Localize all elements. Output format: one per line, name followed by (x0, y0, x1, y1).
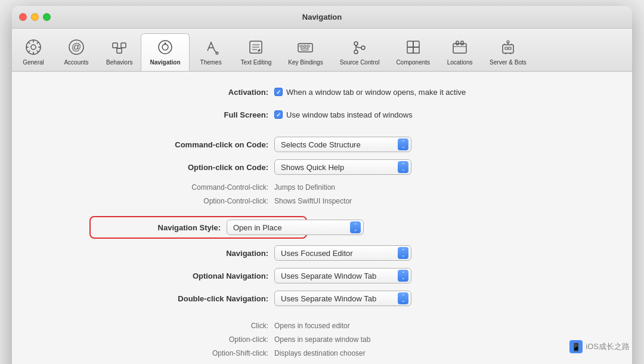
option-click-label: Option-click on Code: (89, 163, 274, 172)
nav-style-highlight: Navigation Style: Open in Place Uses Foc… (89, 216, 307, 239)
navigation-select-wrapper: Uses Focused Editor Uses Separate Window… (274, 245, 411, 261)
tab-text-editing[interactable]: Text Editing (233, 33, 280, 71)
preferences-window: Navigation General (12, 6, 632, 364)
svg-line-16 (119, 48, 123, 48)
fullscreen-label: Full Screen: (89, 110, 274, 119)
option-shift-click-info-row: Option-Shift-click: Displays destination… (89, 347, 555, 359)
click-info-value: Opens in focused editor (274, 322, 350, 330)
svg-rect-41 (461, 41, 463, 45)
cmd-ctrl-click-value: Jumps to Definition (274, 183, 335, 192)
nav-style-select[interactable]: Open in Place Uses Focused Editor Uses S… (227, 220, 364, 235)
option-click-info-row: Option-click: Opens in separate window t… (89, 334, 555, 346)
option-click-info-label: Option-click: (89, 335, 274, 344)
navigation-icon (156, 38, 175, 57)
nav-style-select-wrapper: Open in Place Uses Focused Editor Uses S… (227, 220, 364, 235)
components-icon (404, 38, 423, 57)
tab-source-control[interactable]: Source Control (332, 33, 388, 71)
window-title: Navigation (302, 13, 342, 21)
svg-line-7 (37, 51, 39, 53)
option-click-row: Option-click on Code: Shows Quick Help J… (89, 159, 555, 175)
optional-nav-row: Optional Navigation: Uses Separate Windo… (89, 267, 555, 284)
svg-point-32 (354, 50, 358, 54)
activation-control: When a window tab or window opens, make … (274, 88, 466, 97)
tab-navigation[interactable]: Navigation (141, 33, 189, 71)
optional-nav-select-wrapper: Uses Separate Window Tab Uses Focused Ed… (274, 268, 411, 283)
option-click-info-value: Opens in separate window tab (274, 335, 370, 344)
optional-nav-label: Optional Navigation: (89, 272, 274, 280)
svg-rect-40 (456, 41, 459, 45)
svg-point-48 (507, 41, 509, 43)
svg-rect-42 (503, 45, 513, 53)
double-click-nav-select[interactable]: Uses Separate Window Tab Uses Focused Ed… (274, 291, 411, 306)
tab-general[interactable]: General (12, 33, 55, 71)
close-button[interactable] (19, 13, 27, 21)
behaviors-icon (110, 38, 129, 57)
tab-themes-label: Themes (200, 59, 222, 66)
svg-text:@: @ (72, 42, 81, 52)
double-click-nav-select-wrapper: Uses Separate Window Tab Uses Focused Ed… (274, 291, 411, 306)
optional-nav-select[interactable]: Uses Separate Window Tab Uses Focused Ed… (274, 268, 411, 283)
fullscreen-text: Use window tabs instead of windows (286, 110, 413, 119)
option-shift-click-info-value: Displays destination chooser (274, 349, 366, 357)
svg-rect-39 (453, 44, 466, 53)
svg-point-33 (354, 42, 358, 45)
opt-ctrl-click-label: Option-Control-click: (89, 197, 274, 205)
navigation-row: Navigation: Uses Focused Editor Uses Sep… (89, 245, 555, 261)
minimize-button[interactable] (31, 13, 39, 21)
activation-text: When a window tab or window opens, make … (286, 88, 466, 97)
tab-accounts[interactable]: @ Accounts (55, 33, 98, 71)
tab-source-control-label: Source Control (340, 59, 380, 66)
svg-rect-36 (407, 41, 413, 47)
svg-rect-43 (505, 47, 507, 50)
svg-rect-12 (113, 43, 117, 48)
key-bindings-icon (296, 38, 315, 57)
tab-locations[interactable]: Locations (438, 33, 481, 71)
activation-checkbox[interactable] (274, 88, 283, 96)
cmd-ctrl-click-row: Command-Control-click: Jumps to Definiti… (89, 181, 555, 193)
tab-key-bindings-label: Key Bindings (288, 59, 323, 66)
fullscreen-row: Full Screen: Use window tabs instead of … (89, 106, 555, 123)
command-click-select[interactable]: Selects Code Structure Jumps to Definiti… (274, 137, 411, 152)
watermark-text: iOS成长之路 (586, 341, 630, 352)
tab-themes[interactable]: Themes (190, 33, 233, 71)
command-click-select-wrapper: Selects Code Structure Jumps to Definiti… (274, 137, 411, 152)
double-click-info-row: Double-click: Opens in separate window t… (89, 361, 555, 364)
click-info-row: Click: Opens in focused editor (89, 320, 555, 332)
tab-key-bindings[interactable]: Key Bindings (280, 33, 331, 71)
svg-line-15 (115, 48, 119, 48)
nav-style-row: Navigation Style: Open in Place Uses Foc… (89, 216, 555, 239)
tab-locations-label: Locations (447, 59, 473, 66)
tab-components[interactable]: Components (388, 33, 438, 71)
maximize-button[interactable] (43, 13, 51, 21)
double-click-nav-label: Double-click Navigation: (89, 294, 274, 303)
svg-rect-37 (413, 41, 419, 47)
svg-rect-44 (509, 47, 511, 50)
svg-line-9 (29, 51, 30, 53)
fullscreen-checkbox[interactable] (274, 110, 283, 119)
svg-line-6 (29, 42, 30, 44)
activation-label: Activation: (89, 88, 274, 97)
titlebar: Navigation (12, 6, 632, 29)
tab-server-bots-label: Server & Bots (490, 59, 527, 66)
toolbar: General @ Accounts (12, 29, 632, 72)
option-shift-click-info-label: Option-Shift-click: (89, 349, 274, 357)
double-click-nav-row: Double-click Navigation: Uses Separate W… (89, 290, 555, 307)
tab-components-label: Components (396, 59, 430, 66)
tab-server-bots[interactable]: Server & Bots (481, 33, 535, 71)
svg-marker-19 (164, 42, 167, 45)
tab-behaviors[interactable]: Behaviors (98, 33, 141, 71)
command-click-label: Command-click on Code: (89, 140, 274, 149)
svg-line-8 (37, 42, 39, 44)
svg-rect-38 (407, 47, 413, 53)
svg-point-34 (361, 46, 365, 50)
option-click-select[interactable]: Shows Quick Help Jumps to Definition Sel… (274, 159, 411, 175)
command-click-row: Command-click on Code: Selects Code Stru… (89, 136, 555, 153)
svg-point-18 (162, 44, 168, 50)
svg-rect-28 (300, 45, 302, 47)
locations-icon (450, 38, 469, 57)
navigation-select[interactable]: Uses Focused Editor Uses Separate Window… (274, 245, 411, 261)
watermark-icon: 📱 (569, 340, 583, 353)
settings-section: Activation: When a window tab or window … (89, 84, 555, 364)
fullscreen-control: Use window tabs instead of windows (274, 110, 413, 119)
activation-row: Activation: When a window tab or window … (89, 84, 555, 100)
